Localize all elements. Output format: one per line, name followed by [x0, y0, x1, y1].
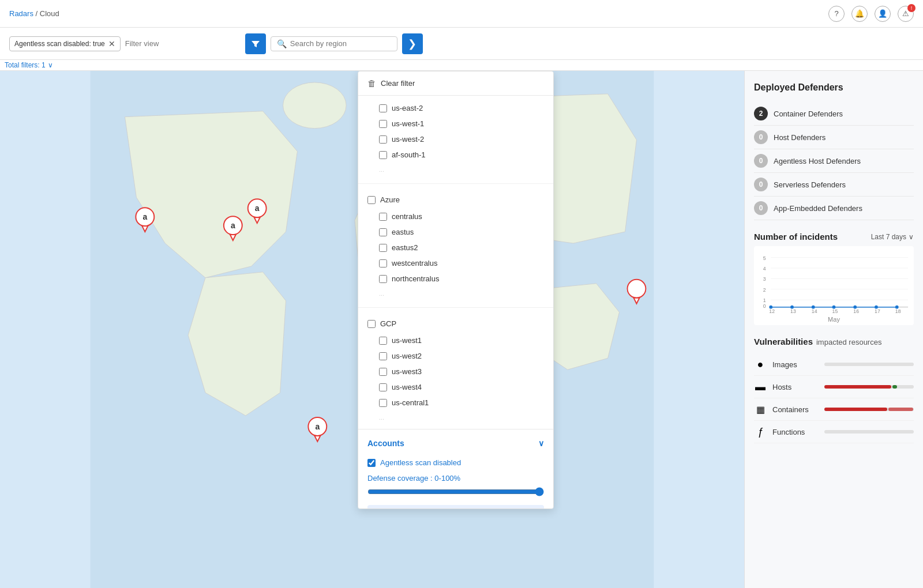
gcp-us-west2[interactable]: us-west2	[358, 348, 553, 364]
filter-view-input[interactable]	[125, 39, 241, 48]
azure-eastus[interactable]: eastus	[358, 224, 553, 240]
search-region-wrap: 🔍	[271, 36, 397, 51]
alert-icon[interactable]: ⚠ !	[898, 6, 914, 22]
gcp-us-west3[interactable]: us-west3	[358, 364, 553, 379]
aws-section: us-east-2 us-west-1 us-west-2 af-south-1…	[358, 96, 553, 181]
svg-text:18: 18	[895, 308, 901, 313]
filterbar: Agentless scan disabled: true ✕ 🔍 ❯	[0, 28, 923, 60]
accounts-section: Accounts ∨ Agentless scan disabled Defen…	[358, 429, 553, 509]
info-box: ℹ Default shows full range of coverage (…	[367, 505, 544, 509]
breadcrumb-radars[interactable]: Radars	[9, 9, 33, 18]
bell-icon[interactable]: 🔔	[851, 6, 868, 22]
vuln-containers: ▦ Containers	[754, 398, 914, 421]
deployed-defenders-title: Deployed Defenders	[754, 82, 914, 93]
vuln-subtitle: impacted resources	[816, 338, 881, 346]
incidents-header: Number of incidents Last 7 days ∨	[754, 232, 914, 242]
gcp-us-central1-checkbox[interactable]	[379, 399, 387, 407]
azure-eastus2-checkbox[interactable]	[379, 244, 387, 252]
agentless-row[interactable]: Agentless scan disabled	[367, 455, 544, 470]
chevron-down-icon: ∨	[48, 61, 53, 69]
help-icon[interactable]: ?	[828, 6, 845, 22]
aws-us-east-2-checkbox[interactable]	[379, 104, 387, 112]
gcp-us-west1-checkbox[interactable]	[379, 337, 387, 345]
agentless-checkbox[interactable]	[367, 459, 376, 467]
gcp-checkbox[interactable]	[367, 320, 376, 328]
aws-af-south-1-checkbox[interactable]	[379, 151, 387, 159]
incidents-section: Number of incidents Last 7 days ∨ 5 4 3 …	[754, 232, 914, 325]
gcp-us-west4[interactable]: us-west4	[358, 379, 553, 395]
defender-app-embedded: 0 App-Embedded Defenders	[754, 197, 914, 220]
svg-text:a: a	[255, 203, 260, 213]
svg-text:a: a	[142, 212, 147, 221]
azure-northcentralus-checkbox[interactable]	[379, 275, 387, 283]
images-icon: ●	[754, 358, 767, 371]
coverage-slider-wrap	[367, 485, 544, 503]
aws-region-us-west-1[interactable]: us-west-1	[358, 116, 553, 131]
aws-us-west-1-checkbox[interactable]	[379, 120, 387, 128]
coverage-label: Defense coverage : 0-100%	[367, 470, 544, 485]
alert-badge: !	[907, 4, 916, 12]
topbar: Radars / Cloud ? 🔔 👤 ⚠ !	[0, 0, 923, 28]
defender-container: 2 Container Defenders	[754, 102, 914, 126]
dropdown-panel: 🗑 Clear filter us-east-2 us-west-1 us-we…	[358, 71, 554, 509]
gcp-us-west3-checkbox[interactable]	[379, 368, 387, 376]
azure-eastus-checkbox[interactable]	[379, 228, 387, 236]
aws-us-west-2-checkbox[interactable]	[379, 135, 387, 144]
gcp-us-west2-checkbox[interactable]	[379, 352, 387, 360]
vuln-title: Vulnerabilities	[754, 337, 813, 346]
gcp-section: GCP us-west1 us-west2 us-west3 us-west4	[358, 310, 553, 429]
containers-bar-red	[824, 408, 887, 411]
azure-more: ...	[358, 287, 553, 300]
azure-eastus2[interactable]: eastus2	[358, 240, 553, 255]
vuln-hosts: ▬ Hosts	[754, 376, 914, 398]
coverage-slider[interactable]	[367, 487, 544, 496]
azure-checkbox[interactable]	[367, 196, 376, 204]
arrow-button[interactable]: ❯	[402, 33, 423, 54]
vuln-functions: ƒ Functions	[754, 421, 914, 443]
aws-region-us-east-2[interactable]: us-east-2	[358, 100, 553, 116]
defender-agentless-host: 0 Agentless Host Defenders	[754, 149, 914, 173]
total-filters[interactable]: Total filters: 1 ∨	[0, 60, 923, 70]
svg-text:12: 12	[769, 308, 775, 313]
filter-close-icon[interactable]: ✕	[108, 39, 115, 48]
gcp-us-west1[interactable]: us-west1	[358, 333, 553, 348]
azure-westcentralus[interactable]: westcentralus	[358, 255, 553, 271]
gcp-us-central1[interactable]: us-central1	[358, 395, 553, 410]
azure-centralus-checkbox[interactable]	[379, 213, 387, 221]
defender-serverless: 0 Serverless Defenders	[754, 173, 914, 197]
azure-header[interactable]: Azure	[358, 191, 553, 209]
azure-centralus[interactable]: centralus	[358, 209, 553, 224]
filter-tag-label: Agentless scan disabled: true	[14, 40, 105, 48]
svg-point-17	[628, 280, 646, 298]
functions-label: Functions	[772, 428, 819, 436]
app-embedded-badge: 0	[754, 201, 768, 215]
svg-text:a: a	[315, 422, 320, 431]
active-filter-tag[interactable]: Agentless scan disabled: true ✕	[9, 36, 121, 51]
azure-westcentralus-checkbox[interactable]	[379, 259, 387, 267]
containers-bar-red2	[888, 408, 913, 411]
serverless-label: Serverless Defenders	[774, 180, 846, 189]
svg-text:14: 14	[812, 308, 817, 313]
gcp-header[interactable]: GCP	[358, 315, 553, 333]
accounts-header[interactable]: Accounts ∨	[367, 434, 544, 453]
search-region-input[interactable]	[290, 39, 391, 48]
aws-region-us-west-2[interactable]: us-west-2	[358, 131, 553, 147]
host-defenders-label: Host Defenders	[774, 133, 826, 142]
agentless-host-badge: 0	[754, 154, 768, 168]
incidents-chart-svg: 5 4 3 2 1 0	[759, 252, 909, 313]
chart-month-label: May	[759, 316, 909, 323]
aws-region-af-south-1[interactable]: af-south-1	[358, 147, 553, 163]
svg-text:2: 2	[763, 287, 766, 293]
filter-button[interactable]	[245, 33, 266, 54]
container-defenders-label: Container Defenders	[774, 110, 843, 118]
gcp-us-west4-checkbox[interactable]	[379, 383, 387, 391]
hosts-label: Hosts	[772, 383, 819, 391]
clear-filter-btn[interactable]: 🗑 Clear filter	[358, 71, 553, 96]
svg-text:a: a	[231, 221, 235, 230]
agentless-host-label: Agentless Host Defenders	[774, 157, 861, 165]
right-sidebar: Deployed Defenders 2 Container Defenders…	[744, 71, 923, 588]
time-selector[interactable]: Last 7 days ∨	[871, 233, 914, 241]
user-icon[interactable]: 👤	[875, 6, 891, 22]
breadcrumb-cloud: Cloud	[40, 9, 59, 18]
azure-northcentralus[interactable]: northcentralus	[358, 271, 553, 287]
